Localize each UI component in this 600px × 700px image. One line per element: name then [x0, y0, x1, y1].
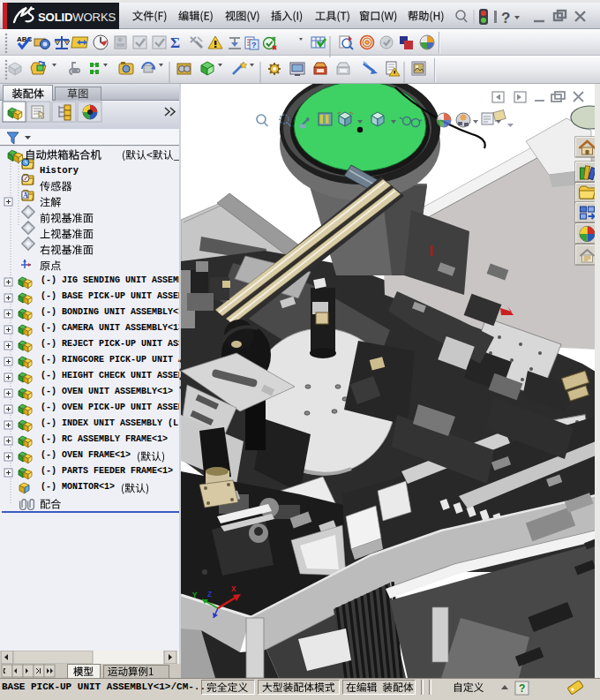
svg-text:Σ: Σ — [170, 34, 180, 51]
svg-text:SOLIDWORKS: SOLIDWORKS — [38, 11, 116, 24]
svg-text:X: X — [231, 585, 236, 594]
svg-text:?: ? — [519, 682, 525, 695]
svg-text:Y: Y — [192, 591, 198, 600]
svg-text:A: A — [23, 192, 28, 199]
svg-text:?: ? — [251, 41, 257, 49]
svg-text:?: ? — [501, 10, 510, 26]
svg-text:Z: Z — [207, 591, 212, 599]
